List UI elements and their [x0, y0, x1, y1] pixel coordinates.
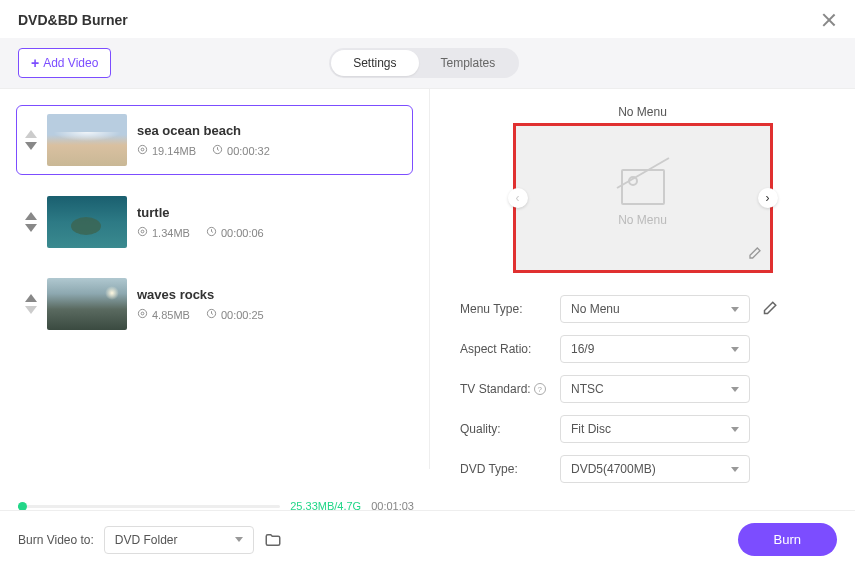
move-up-icon[interactable] [25, 212, 37, 220]
window-title: DVD&BD Burner [18, 12, 128, 28]
move-down-icon[interactable] [25, 306, 37, 314]
chevron-down-icon [731, 427, 739, 432]
progress-fill [18, 505, 23, 508]
disc-icon [137, 308, 148, 321]
quality-label: Quality: [460, 422, 550, 436]
chevron-down-icon [731, 467, 739, 472]
burn-button[interactable]: Burn [738, 523, 837, 556]
video-duration: 00:00:25 [221, 309, 264, 321]
svg-point-0 [138, 145, 146, 153]
aspect-ratio-value: 16/9 [571, 342, 594, 356]
help-icon[interactable]: ? [534, 383, 546, 395]
chevron-down-icon [731, 347, 739, 352]
move-down-icon[interactable] [25, 224, 37, 232]
dvd-type-label: DVD Type: [460, 462, 550, 476]
quality-value: Fit Disc [571, 422, 611, 436]
move-down-icon[interactable] [25, 142, 37, 150]
video-item[interactable]: turtle 1.34MB 00:00:06 [16, 187, 413, 257]
edit-menu-icon[interactable] [760, 300, 778, 318]
add-video-button[interactable]: + Add Video [18, 48, 111, 78]
dvd-type-select[interactable]: DVD5(4700MB) [560, 455, 750, 483]
video-thumbnail [47, 196, 127, 248]
svg-point-1 [141, 148, 144, 151]
video-item[interactable]: waves rocks 4.85MB 00:00:25 [16, 269, 413, 339]
video-list: sea ocean beach 19.14MB 00:00:32 turtle [0, 89, 430, 469]
add-video-label: Add Video [43, 56, 98, 70]
chevron-down-icon [731, 307, 739, 312]
preview-title: No Menu [460, 105, 825, 119]
disc-icon [137, 144, 148, 157]
chevron-down-icon [235, 537, 243, 542]
dvd-type-value: DVD5(4700MB) [571, 462, 656, 476]
plus-icon: + [31, 55, 39, 71]
clock-icon [206, 308, 217, 321]
tab-templates[interactable]: Templates [419, 50, 518, 76]
edit-icon[interactable] [746, 246, 762, 262]
chevron-down-icon [731, 387, 739, 392]
tab-settings[interactable]: Settings [331, 50, 418, 76]
progress-bar [18, 505, 280, 508]
tv-standard-value: NTSC [571, 382, 604, 396]
destination-value: DVD Folder [115, 533, 178, 547]
clock-icon [206, 226, 217, 239]
svg-point-3 [138, 227, 146, 235]
chevron-left-icon[interactable]: ‹ [508, 188, 528, 208]
move-up-icon[interactable] [25, 294, 37, 302]
aspect-ratio-label: Aspect Ratio: [460, 342, 550, 356]
video-thumbnail [47, 278, 127, 330]
close-icon[interactable] [821, 12, 837, 28]
preview-placeholder: No Menu [618, 213, 667, 227]
move-up-icon[interactable] [25, 130, 37, 138]
tv-standard-label: TV Standard: ? [460, 382, 550, 396]
svg-point-4 [141, 230, 144, 233]
video-duration: 00:00:32 [227, 145, 270, 157]
chevron-right-icon[interactable]: › [758, 188, 778, 208]
svg-point-6 [138, 309, 146, 317]
tv-standard-select[interactable]: NTSC [560, 375, 750, 403]
image-placeholder-icon [621, 169, 665, 205]
video-size: 19.14MB [152, 145, 196, 157]
quality-select[interactable]: Fit Disc [560, 415, 750, 443]
video-item[interactable]: sea ocean beach 19.14MB 00:00:32 [16, 105, 413, 175]
video-title: waves rocks [137, 287, 404, 302]
svg-point-7 [141, 312, 144, 315]
tab-switcher: Settings Templates [329, 48, 519, 78]
burn-to-label: Burn Video to: [18, 533, 94, 547]
menu-type-value: No Menu [571, 302, 620, 316]
clock-icon [212, 144, 223, 157]
menu-type-select[interactable]: No Menu [560, 295, 750, 323]
video-size: 1.34MB [152, 227, 190, 239]
video-thumbnail [47, 114, 127, 166]
aspect-ratio-select[interactable]: 16/9 [560, 335, 750, 363]
disc-icon [137, 226, 148, 239]
video-size: 4.85MB [152, 309, 190, 321]
destination-select[interactable]: DVD Folder [104, 526, 254, 554]
folder-icon[interactable] [264, 531, 282, 549]
video-title: sea ocean beach [137, 123, 404, 138]
menu-preview: ‹ › No Menu [513, 123, 773, 273]
menu-type-label: Menu Type: [460, 302, 550, 316]
video-duration: 00:00:06 [221, 227, 264, 239]
video-title: turtle [137, 205, 404, 220]
